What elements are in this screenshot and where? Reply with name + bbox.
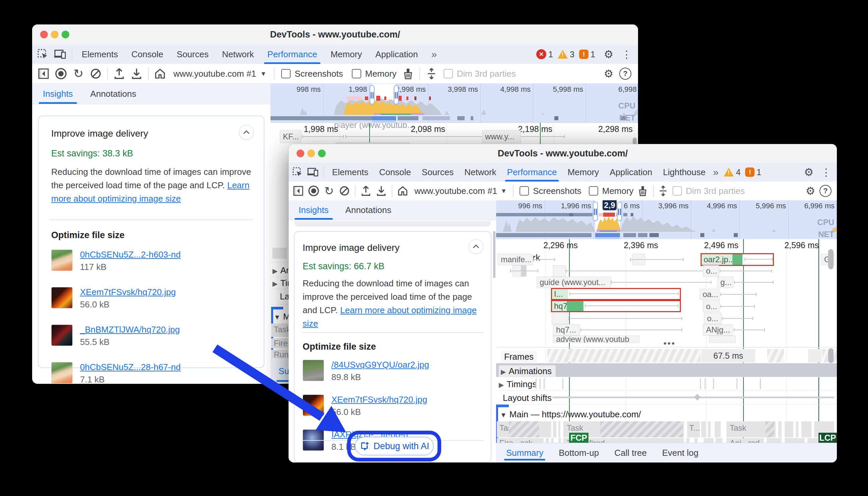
dim-checkbox[interactable] — [673, 186, 682, 196]
network-chip-www[interactable]: www.y... — [482, 130, 521, 143]
tab-call-tree[interactable]: Call tree — [614, 443, 647, 463]
file-link[interactable]: 0hCbSENu5Z...2-h603-nd — [80, 249, 181, 260]
kebab-menu-icon[interactable]: ⋮ — [818, 164, 835, 181]
device-toolbar-icon[interactable] — [51, 46, 69, 63]
timeline-minimap[interactable]: 998 ms 1,998 n 2,998 ms 3,998 ms 4,998 m… — [271, 84, 638, 123]
lcp-badge[interactable]: LCP — [818, 433, 837, 443]
download-profile-icon[interactable] — [128, 65, 145, 82]
flow-sort-icon[interactable] — [423, 65, 440, 82]
tab-insights[interactable]: Insights — [38, 84, 78, 104]
net-request[interactable]: hq7... — [553, 324, 580, 336]
maximize-button[interactable] — [318, 150, 326, 157]
task-bar[interactable]: Task — [726, 421, 776, 437]
net-request[interactable]: ANjg... — [703, 324, 733, 336]
upload-profile-icon[interactable] — [358, 182, 373, 200]
warning-badge-icon[interactable]: ! — [558, 50, 568, 59]
tab-performance[interactable]: Performance — [502, 163, 562, 182]
tab-lighthouse[interactable]: Lighthouse — [658, 163, 711, 182]
net-request[interactable]: o... — [703, 301, 720, 312]
selection-handle-left[interactable]: || — [370, 85, 374, 105]
titlebar[interactable]: DevTools - www.youtube.com/ — [289, 144, 837, 163]
panel-toggle-icon[interactable] — [35, 65, 52, 82]
net-request[interactable]: manife... — [498, 254, 533, 265]
close-button[interactable] — [296, 150, 304, 157]
tab-memory[interactable]: Memory — [324, 45, 369, 64]
tab-application[interactable]: Application — [369, 45, 424, 64]
help-icon[interactable]: ? — [619, 68, 631, 80]
device-toolbar-icon[interactable] — [305, 164, 321, 181]
home-icon[interactable] — [395, 182, 411, 200]
tab-network[interactable]: Network — [215, 45, 260, 64]
network-scrollbar[interactable] — [828, 249, 834, 269]
task-bar[interactable]: Task — [497, 421, 551, 437]
tab-sources[interactable]: Sources — [416, 163, 459, 182]
download-profile-icon[interactable] — [373, 182, 389, 200]
selection-handle-left[interactable]: || — [593, 202, 598, 221]
issue-badge-icon[interactable]: ! — [579, 50, 589, 59]
timeline-minimap[interactable]: 996 ms 1,996 ms 6 ms 3,996 ms 4,996 ms 5… — [496, 200, 837, 239]
capture-settings-gear-icon[interactable]: ⚙ — [600, 65, 617, 82]
tab-memory[interactable]: Memory — [562, 163, 604, 182]
track-layout-shifts-label[interactable]: Layout shifts — [503, 393, 552, 403]
upload-profile-icon[interactable] — [111, 65, 128, 82]
maximize-button[interactable] — [62, 31, 69, 38]
screenshots-checkbox[interactable] — [281, 69, 291, 78]
file-link[interactable]: XEem7tFSvsk/hq720.jpg — [332, 394, 427, 405]
tab-console[interactable]: Console — [373, 163, 416, 182]
net-request[interactable]: o... — [704, 313, 721, 324]
tab-summary[interactable]: Summary — [506, 443, 543, 463]
collapse-chevron-icon[interactable] — [239, 125, 254, 140]
task-bar[interactable]: T... — [687, 421, 700, 437]
settings-gear-icon[interactable]: ⚙ — [600, 46, 617, 63]
tab-annotations[interactable]: Annotations — [86, 84, 141, 104]
dim-checkbox[interactable] — [444, 69, 453, 78]
net-request[interactable]: g... — [717, 277, 734, 288]
tab-network[interactable]: Network — [459, 163, 501, 182]
selection-handle-right[interactable]: || — [617, 202, 622, 221]
more-tabs-icon[interactable]: » — [711, 163, 721, 182]
file-link[interactable]: 0hCbSENu5Z...28-h67-nd — [80, 362, 181, 372]
garbage-collect-icon[interactable] — [635, 182, 650, 200]
flow-sort-icon[interactable] — [656, 182, 670, 200]
history-select[interactable]: www.youtube.com #1 — [173, 69, 256, 79]
file-link[interactable]: _BnBMZTlJWA/hq720.jpg — [80, 325, 180, 335]
track-frames-label[interactable]: Frames — [501, 351, 537, 363]
tab-application[interactable]: Application — [604, 163, 657, 182]
net-request[interactable]: oa... — [700, 289, 720, 300]
net-request-flagged[interactable]: I... — [551, 288, 681, 300]
error-badge-icon[interactable]: × — [536, 49, 546, 59]
clear-icon[interactable] — [337, 182, 352, 200]
net-request-flagged[interactable]: oar2.jp... — [701, 253, 774, 266]
memory-checkbox[interactable] — [352, 69, 361, 78]
net-request-flagged[interactable]: hq72... — [551, 300, 681, 312]
tab-insights[interactable]: Insights — [294, 200, 333, 220]
tab-bottom-up[interactable]: Bottom-up — [559, 443, 599, 463]
frame-duration-chip[interactable]: 67.5 ms — [701, 349, 755, 362]
net-request[interactable]: adview (www.youtub — [553, 336, 639, 343]
inspect-icon[interactable] — [290, 164, 305, 181]
more-tabs-icon[interactable]: » — [425, 45, 444, 64]
fcp-badge[interactable]: FCP — [569, 433, 589, 443]
minimize-button[interactable] — [307, 150, 315, 157]
memory-checkbox[interactable] — [589, 186, 598, 196]
close-button[interactable] — [40, 31, 48, 38]
tab-event-log[interactable]: Event log — [662, 443, 698, 463]
dim-3rd-parties[interactable]: Dim 3rd parties — [444, 69, 516, 79]
record-icon[interactable] — [306, 182, 321, 200]
track-timings-label[interactable]: Timings — [507, 379, 536, 389]
net-request[interactable]: guide (www.yout... — [536, 277, 611, 288]
panel-scrollbar[interactable] — [493, 231, 495, 278]
issue-badge-icon[interactable]: ! — [745, 168, 755, 177]
file-link[interactable]: /84USvqG9YQU/oar2.jpg — [332, 360, 429, 370]
tab-elements[interactable]: Elements — [75, 45, 125, 64]
kebab-menu-icon[interactable]: ⋮ — [618, 46, 636, 63]
minimize-button[interactable] — [51, 31, 59, 38]
warning-badge-icon[interactable]: ! — [724, 168, 734, 176]
track-main-label[interactable]: Main — https://www.youtube.com/ — [510, 409, 641, 419]
reload-record-icon[interactable]: ↻ — [321, 182, 337, 200]
tab-annotations[interactable]: Annotations — [341, 200, 396, 220]
record-icon[interactable] — [52, 65, 70, 82]
inspect-icon[interactable] — [34, 46, 51, 63]
screenshots-checkbox[interactable] — [519, 186, 529, 196]
selection-handle-right[interactable]: || — [393, 85, 399, 105]
